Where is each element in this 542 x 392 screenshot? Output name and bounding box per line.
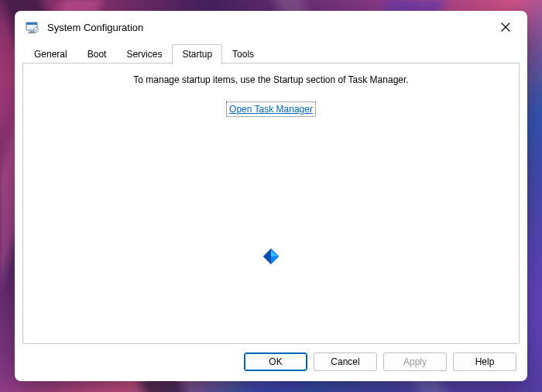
tab-panel-startup: To manage startup items, use the Startup… [22, 64, 520, 344]
svg-marker-8 [271, 250, 277, 256]
svg-rect-3 [28, 33, 36, 33]
tab-label: Startup [182, 49, 212, 60]
tab-tools[interactable]: Tools [222, 44, 264, 64]
tab-label: Services [126, 49, 162, 60]
window-title: System Configuration [47, 22, 143, 33]
tab-strip: General Boot Services Startup Tools [15, 43, 527, 64]
dialog-button-row: OK Cancel Apply Help [15, 350, 527, 381]
tab-startup[interactable]: Startup [172, 44, 222, 64]
system-configuration-window: System Configuration General Boot Servic… [15, 11, 527, 381]
close-icon [501, 22, 510, 32]
tab-label: Tools [232, 49, 254, 60]
open-task-manager-link[interactable]: Open Task Manager [228, 103, 314, 115]
tab-label: Boot [87, 49, 107, 60]
tab-services[interactable]: Services [116, 44, 172, 64]
help-button[interactable]: Help [453, 352, 516, 371]
close-button[interactable] [489, 15, 523, 39]
tab-boot[interactable]: Boot [77, 44, 117, 64]
svg-rect-2 [29, 31, 34, 33]
startup-message: To manage startup items, use the Startup… [133, 74, 408, 85]
desktop-background: System Configuration General Boot Servic… [0, 0, 542, 392]
svg-rect-1 [26, 22, 37, 25]
cancel-button[interactable]: Cancel [314, 352, 377, 371]
tab-general[interactable]: General [24, 44, 77, 64]
tab-label: General [34, 49, 67, 60]
app-icon [26, 20, 39, 34]
titlebar: System Configuration [15, 11, 527, 43]
windows-flag-icon [262, 248, 280, 265]
apply-button[interactable]: Apply [383, 352, 447, 371]
ok-button[interactable]: OK [244, 352, 307, 371]
svg-marker-7 [263, 249, 271, 264]
